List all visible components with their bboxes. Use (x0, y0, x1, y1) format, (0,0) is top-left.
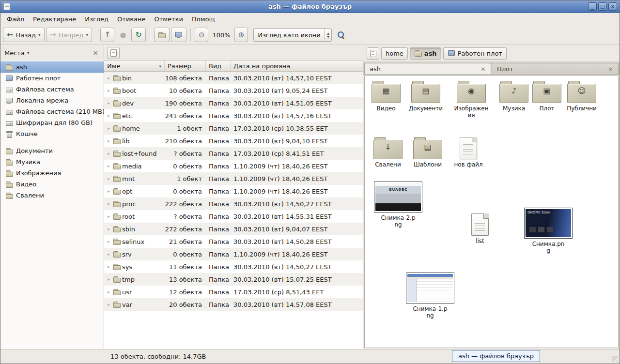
sidebar-item-Изображения[interactable]: Изображения (0, 167, 104, 179)
sidebar-item-Файлова система (210 MB)[interactable]: Файлова система (210 MB) (0, 106, 104, 117)
sidebar-item-Файлова система[interactable]: Файлова система (0, 84, 104, 95)
sidebar-item-Шифриран дял (80 GB)[interactable]: Шифриран дял (80 GB) (0, 117, 104, 128)
home-button[interactable] (154, 28, 170, 42)
sidebar-close-icon[interactable]: × (91, 49, 100, 57)
expander-icon[interactable]: ▸ (106, 88, 111, 93)
back-history-icon[interactable]: ▾ (38, 32, 41, 37)
path-button-ash[interactable]: ash (410, 47, 441, 60)
icon-item-Свалени[interactable]: ↓Свалени (368, 137, 408, 168)
icon-item-Видео[interactable]: ▦Видео (366, 81, 406, 112)
tree-row-boot[interactable]: ▸boot10 обектаПапка30.03.2010 (вт) 9,05,… (104, 84, 363, 97)
icon-item-Шаблони[interactable]: ▤Шаблони (407, 137, 448, 168)
menu-Файл[interactable]: Файл (2, 14, 29, 24)
expander-icon[interactable]: ▸ (106, 176, 111, 181)
expander-icon[interactable]: ▸ (106, 113, 111, 118)
close-button[interactable]: × (608, 2, 617, 11)
tree-row-home[interactable]: ▸home1 обектПапка17.03.2010 (ср) 10,38,5… (104, 122, 363, 135)
expander-icon[interactable]: ▸ (106, 264, 111, 269)
expander-icon[interactable]: ▸ (106, 227, 111, 231)
column-header-name[interactable]: Име ▾ (104, 61, 165, 71)
sidebar-item-Локална мрежа[interactable]: Локална мрежа (0, 95, 104, 106)
zoom-in-button[interactable]: ⊕ (234, 28, 248, 42)
zoom-out-button[interactable]: ⊖ (195, 28, 209, 42)
icon-item-list[interactable]: list (460, 213, 500, 244)
minimize-button[interactable]: ▁ (588, 2, 597, 11)
tab-close-icon[interactable]: × (477, 65, 486, 73)
places-dropdown-icon[interactable]: ▾ (27, 50, 30, 55)
menu-Отиване[interactable]: Отиване (113, 14, 150, 24)
column-header-date[interactable]: Дата на промяна (231, 61, 363, 71)
titlebar[interactable]: ash — файлов браузър ▁ □ × (0, 0, 620, 13)
tree-row-tmp[interactable]: ▸tmp13 обектаПапка30.03.2010 (вт) 15,07,… (104, 273, 363, 286)
sidebar-item-Документи[interactable]: Документи (0, 145, 104, 156)
expander-icon[interactable]: ▸ (106, 289, 111, 294)
maximize-button[interactable]: □ (598, 2, 607, 11)
location-toggle-button[interactable] (367, 47, 379, 60)
path-button-Работен плот[interactable]: Работен плот (443, 47, 507, 60)
spinner-arrows-icon[interactable]: ▲▼ (325, 29, 331, 41)
icon-item-Изображения[interactable]: ◉Изображения (451, 81, 492, 119)
up-button[interactable]: ↑ (100, 28, 114, 42)
tree-row-proc[interactable]: ▸proc222 обектаПапка30.03.2010 (вт) 14,5… (104, 197, 363, 210)
tree-row-bin[interactable]: ▸bin108 обектаПапка30.03.2010 (вт) 14,57… (104, 72, 363, 84)
menu-Отметки[interactable]: Отметки (150, 14, 188, 24)
sidebar-item-Кошче[interactable]: Кошче (0, 128, 104, 139)
expander-icon[interactable]: ▸ (106, 76, 111, 80)
tree-row-root[interactable]: ▸root? обектаПапка30.03.2010 (вт) 14,55,… (104, 210, 363, 223)
tree-row-etc[interactable]: ▸etc241 обектаПапка30.03.2010 (вт) 14,57… (104, 109, 363, 122)
expander-icon[interactable]: ▸ (106, 126, 111, 131)
tree-row-sbin[interactable]: ▸sbin272 обектаПапка30.03.2010 (вт) 9,04… (104, 223, 363, 235)
tab-Плот[interactable]: Плот× (492, 63, 619, 74)
tree-row-var[interactable]: ▸var20 обектаПапка30.03.2010 (вт) 14,57,… (104, 298, 363, 311)
path-button-home[interactable]: home (381, 47, 408, 60)
expander-icon[interactable]: ▸ (106, 151, 111, 156)
expander-icon[interactable]: ▸ (106, 138, 111, 143)
icon-item-нов файл[interactable]: нов файл (448, 137, 489, 168)
sidebar-item-Работен плот[interactable]: Работен плот (0, 73, 104, 84)
back-button[interactable]: ← Назад ▾ (3, 28, 45, 42)
icon-item-Снимка-1.png[interactable]: Снимка-1.png (403, 273, 457, 319)
expander-icon[interactable]: ▸ (106, 277, 111, 282)
expander-icon[interactable]: ▸ (106, 214, 111, 219)
expander-icon[interactable]: ▸ (106, 201, 111, 206)
menu-Редактиране[interactable]: Редактиране (29, 14, 80, 24)
tab-close-icon[interactable]: × (604, 65, 613, 73)
places-title[interactable]: Места (4, 49, 25, 57)
icon-item-Документи[interactable]: ▤Документи (405, 81, 446, 112)
reload-button[interactable]: ↻ (131, 28, 145, 42)
tree-row-srv[interactable]: ▸srv0 обектаПапка1.10.2009 (чт) 18,40,26… (104, 248, 363, 260)
search-button[interactable] (333, 28, 349, 42)
sidebar-item-ash[interactable]: ash (0, 61, 104, 73)
forward-button[interactable]: → Напред ▾ (46, 28, 92, 42)
tree-row-opt[interactable]: ▸opt0 обектаПапка1.10.2009 (чт) 18,40,26… (104, 185, 363, 197)
computer-button[interactable] (171, 28, 186, 42)
tree-row-usr[interactable]: ▸usr12 обектаПапка17.03.2010 (ср) 8,51,4… (104, 286, 363, 298)
icon-item-Снимка.png[interactable]: GNOME StoreСнимка.png (522, 208, 575, 255)
column-header-type[interactable]: Вид (206, 61, 231, 71)
tab-ash[interactable]: ash× (364, 63, 491, 74)
icon-item-Снимка-2.png[interactable]: GUADECСнимка-2.png (372, 182, 425, 228)
tree-row-selinux[interactable]: ▸selinux21 обектаПапка30.03.2010 (вт) 14… (104, 235, 363, 248)
tree-row-lost+found[interactable]: ▸lost+found? обектаПапка17.03.2010 (ср) … (104, 147, 363, 160)
menu-Помощ[interactable]: Помощ (187, 14, 219, 24)
expander-icon[interactable]: ▸ (106, 252, 111, 257)
column-header-size[interactable]: Размер (165, 61, 206, 71)
tree-row-mnt[interactable]: ▸mnt1 обектПапка1.10.2009 (чт) 18,40,26 … (104, 172, 363, 185)
tree-row-dev[interactable]: ▸dev190 обектаПапка30.03.2010 (вт) 14,51… (104, 97, 363, 109)
sidebar-item-Музика[interactable]: Музика (0, 156, 104, 167)
sidebar-item-Видео[interactable]: Видео (0, 179, 104, 190)
tree-row-media[interactable]: ▸media0 обектаПапка1.10.2009 (чт) 18,40,… (104, 160, 363, 172)
location-button[interactable] (107, 47, 120, 59)
expander-icon[interactable]: ▸ (106, 164, 111, 168)
view-mode-select[interactable]: Изглед като икони ▲▼ (253, 28, 332, 42)
icon-item-Публични[interactable]: ☺Публични (561, 81, 602, 112)
forward-history-icon[interactable]: ▾ (86, 32, 88, 37)
tree-row-sys[interactable]: ▸sys11 обектаПапка30.03.2010 (вт) 14,50,… (104, 260, 363, 273)
menu-Изглед[interactable]: Изглед (80, 14, 113, 24)
expander-icon[interactable]: ▸ (106, 302, 111, 307)
sidebar-item-Свалени[interactable]: Свалени (0, 190, 104, 201)
stop-button[interactable]: ● (116, 28, 130, 42)
tree-row-lib[interactable]: ▸lib210 обектаПапка30.03.2010 (вт) 9,04,… (104, 135, 363, 147)
expander-icon[interactable]: ▸ (106, 101, 111, 106)
expander-icon[interactable]: ▸ (106, 189, 111, 194)
